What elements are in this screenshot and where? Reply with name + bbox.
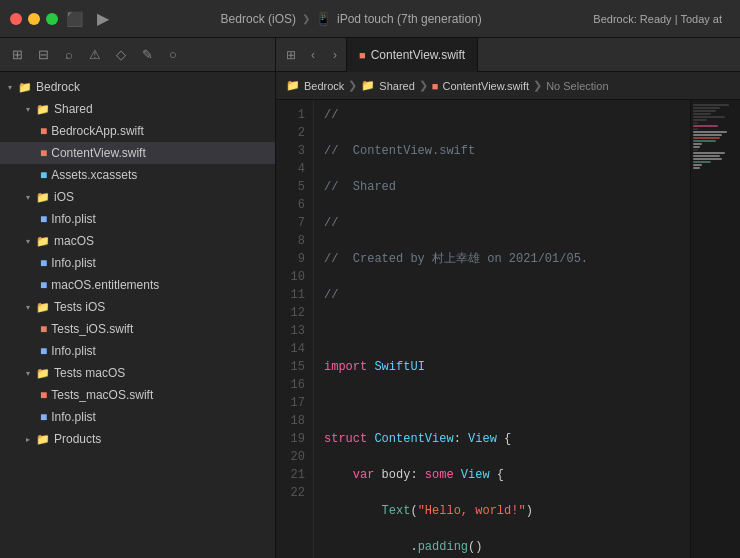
chevron-shared [26, 105, 30, 114]
close-button[interactable] [10, 13, 22, 25]
plist-icon-tests-ios: ■ [40, 344, 47, 358]
plist-icon-macos: ■ [40, 256, 47, 270]
maximize-button[interactable] [46, 13, 58, 25]
sidebar-toolbar: ⊞ ⊟ ⌕ ⚠ ◇ ✎ ○ [0, 38, 275, 72]
file-tree: 📁 Bedrock 📁 Shared ■ BedrockApp.swift ■ … [0, 72, 275, 558]
chevron-macos [26, 237, 30, 246]
breadcrumb-arrow-1: ❯ [302, 13, 310, 24]
swift-icon-tests-macos: ■ [40, 388, 47, 402]
tree-item-macos[interactable]: 📁 macOS [0, 230, 275, 252]
asset-icon: ■ [40, 168, 47, 182]
minimap-content [691, 100, 740, 174]
bc-shared[interactable]: Shared [379, 80, 414, 92]
filter-icon[interactable]: ⊟ [32, 44, 54, 66]
chevron-tests-macos [26, 369, 30, 378]
status-label: Bedrock: Ready | Today at [593, 13, 730, 25]
code-content[interactable]: // // ContentView.swift // Shared // // … [314, 100, 690, 558]
tree-item-tests-macos[interactable]: 📁 Tests macOS [0, 362, 275, 384]
tab-swift-icon: ■ [359, 49, 366, 61]
folder-icon-tests-macos: 📁 [36, 367, 50, 380]
sidebar-toggle-icon[interactable]: ⬛ [66, 11, 83, 27]
minimap [690, 100, 740, 558]
tree-item-ios-plist[interactable]: ■ Info.plist [0, 208, 275, 230]
folder-icon-ios: 📁 [36, 191, 50, 204]
tree-item-contentview[interactable]: ■ ContentView.swift [0, 142, 275, 164]
tree-item-macos-plist[interactable]: ■ Info.plist [0, 252, 275, 274]
tree-item-tests-ios-swift[interactable]: ■ Tests_iOS.swift [0, 318, 275, 340]
title-bar: ⬛ ▶ Bedrock (iOS) ❯ 📱 iPod touch (7th ge… [0, 0, 740, 38]
chevron-ios [26, 193, 30, 202]
line-numbers: 12345 678910 1112131415 1617181920 2122 [276, 100, 314, 558]
breadcrumb-bar: 📁 Bedrock ❯ 📁 Shared ❯ ■ ContentView.swi… [276, 72, 740, 100]
tab-nav-forward[interactable]: › [324, 44, 346, 66]
tree-item-tests-ios-plist[interactable]: ■ Info.plist [0, 340, 275, 362]
scheme-label: Bedrock (iOS) [221, 12, 296, 26]
bc-bedrock[interactable]: Bedrock [304, 80, 344, 92]
main-layout: ⊞ ⊟ ⌕ ⚠ ◇ ✎ ○ 📁 Bedrock 📁 Shared [0, 38, 740, 558]
play-button[interactable]: ▶ [97, 9, 109, 28]
bc-icon-shared: 📁 [361, 79, 375, 92]
tree-item-tests-macos-plist[interactable]: ■ Info.plist [0, 406, 275, 428]
folder-icon-shared: 📁 [36, 103, 50, 116]
search-icon[interactable]: ⌕ [58, 44, 80, 66]
bc-nosel: No Selection [546, 80, 608, 92]
minimize-button[interactable] [28, 13, 40, 25]
device-label: iPod touch (7th generation) [337, 12, 482, 26]
entitlement-icon: ■ [40, 278, 47, 292]
swift-icon-tests-ios: ■ [40, 322, 47, 336]
bc-file[interactable]: ContentView.swift [443, 80, 530, 92]
traffic-lights [10, 13, 58, 25]
title-bar-center: Bedrock (iOS) ❯ 📱 iPod touch (7th genera… [117, 12, 585, 26]
chevron-products [26, 435, 30, 444]
grid-icon[interactable]: ⊞ [6, 44, 28, 66]
tree-item-bedrock[interactable]: 📁 Bedrock [0, 76, 275, 98]
folder-icon-products: 📁 [36, 433, 50, 446]
diamond-icon[interactable]: ◇ [110, 44, 132, 66]
sidebar: ⊞ ⊟ ⌕ ⚠ ◇ ✎ ○ 📁 Bedrock 📁 Shared [0, 38, 276, 558]
folder-icon: 📁 [18, 81, 32, 94]
tree-item-tests-ios[interactable]: 📁 Tests iOS [0, 296, 275, 318]
folder-icon-macos: 📁 [36, 235, 50, 248]
circle-icon[interactable]: ○ [162, 44, 184, 66]
code-editor[interactable]: 12345 678910 1112131415 1617181920 2122 … [276, 100, 740, 558]
chevron-tests-ios [26, 303, 30, 312]
tab-nav-back[interactable]: ‹ [302, 44, 324, 66]
tree-item-entitlements[interactable]: ■ macOS.entitlements [0, 274, 275, 296]
tree-item-products[interactable]: 📁 Products [0, 428, 275, 450]
tree-item-ios[interactable]: 📁 iOS [0, 186, 275, 208]
plist-icon-ios: ■ [40, 212, 47, 226]
swift-file-icon: ■ [40, 124, 47, 138]
bc-icon-file: ■ [432, 80, 439, 92]
edit-icon[interactable]: ✎ [136, 44, 158, 66]
tab-contentview[interactable]: ■ ContentView.swift [346, 38, 478, 72]
tab-nav-grid[interactable]: ⊞ [280, 44, 302, 66]
swift-file-icon-cv: ■ [40, 146, 47, 160]
tree-item-bedrockapp[interactable]: ■ BedrockApp.swift [0, 120, 275, 142]
tab-label: ContentView.swift [371, 48, 466, 62]
bc-icon-bedrock: 📁 [286, 79, 300, 92]
tree-item-shared[interactable]: 📁 Shared [0, 98, 275, 120]
warning-icon[interactable]: ⚠ [84, 44, 106, 66]
device-icon: 📱 [316, 12, 331, 26]
plist-icon-tests-macos: ■ [40, 410, 47, 424]
tree-item-assets[interactable]: ■ Assets.xcassets [0, 164, 275, 186]
folder-icon-tests-ios: 📁 [36, 301, 50, 314]
editor-area: ⊞ ‹ › ■ ContentView.swift 📁 Bedrock ❯ 📁 … [276, 38, 740, 558]
chevron-bedrock [8, 83, 12, 92]
editor-tab-bar: ⊞ ‹ › ■ ContentView.swift [276, 38, 740, 72]
tree-item-tests-macos-swift[interactable]: ■ Tests_macOS.swift [0, 384, 275, 406]
